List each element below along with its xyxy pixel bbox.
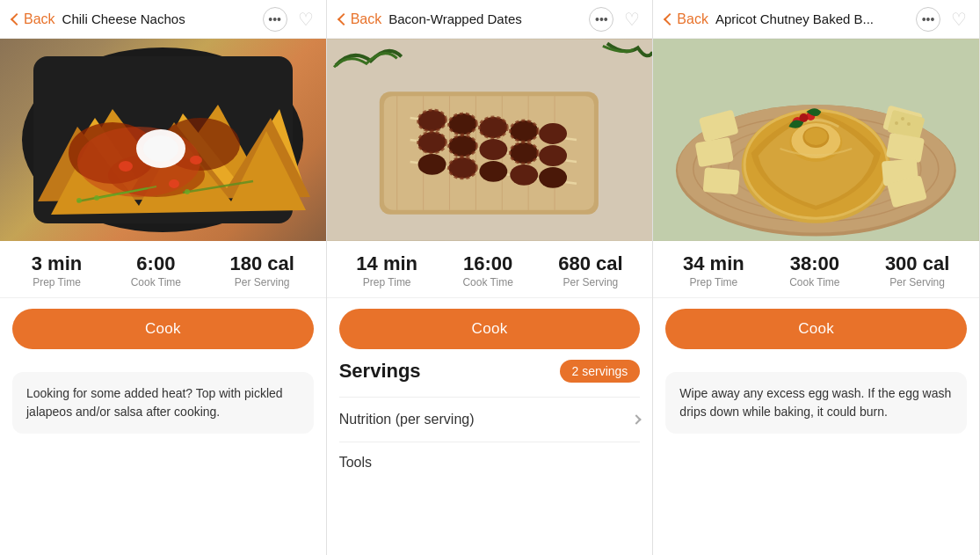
prep-label-nachos: Prep Time <box>33 276 81 288</box>
heart-button-dates[interactable]: ♡ <box>624 9 640 30</box>
tip-box-nachos: Looking for some added heat? Top with pi… <box>12 372 314 434</box>
chevron-left-icon-brie <box>664 12 676 25</box>
svg-point-51 <box>539 145 567 166</box>
cook-button-brie[interactable]: Cook <box>665 309 967 349</box>
header-icons-dates: ••• ♡ <box>589 7 640 32</box>
svg-point-48 <box>479 139 507 160</box>
cook-value-nachos: 6:00 <box>136 253 175 274</box>
tip-text-nachos: Looking for some added heat? Top with pi… <box>26 386 283 419</box>
title-dates: Bacon-Wrapped Dates <box>388 11 582 26</box>
back-label-dates: Back <box>351 11 382 27</box>
svg-point-82 <box>907 122 911 126</box>
header-brie: Back Apricot Chutney Baked B... ••• ♡ <box>653 0 979 39</box>
brie-illustration <box>653 39 979 241</box>
svg-point-19 <box>190 156 202 164</box>
cook-value-brie: 38:00 <box>790 253 839 274</box>
ellipsis-icon-dates: ••• <box>595 12 608 26</box>
stat-cook-nachos: 6:00 Cook Time <box>131 253 181 288</box>
stat-prep-brie: 34 min Prep Time <box>683 253 744 288</box>
servings-badge[interactable]: 2 servings <box>560 360 641 383</box>
cal-label-dates: Per Serving <box>563 276 619 288</box>
cook-button-dates[interactable]: Cook <box>339 309 641 349</box>
svg-point-15 <box>76 198 82 203</box>
chevron-left-icon-dates <box>338 12 350 25</box>
header-icons-brie: ••• ♡ <box>916 7 967 32</box>
svg-point-52 <box>417 154 446 175</box>
stat-cal-dates: 680 cal Per Serving <box>558 253 622 288</box>
back-label-nachos: Back <box>24 11 55 27</box>
title-nachos: Chili Cheese Nachos <box>62 11 256 26</box>
prep-value-brie: 34 min <box>683 253 744 274</box>
panel-brie: Back Apricot Chutney Baked B... ••• ♡ <box>653 0 980 555</box>
tools-row: Tools <box>339 442 641 483</box>
cook-btn-area-brie: Cook <box>653 298 979 360</box>
prep-value-dates: 14 min <box>356 253 417 274</box>
header-icons-nachos: ••• ♡ <box>263 7 314 32</box>
stats-brie: 34 min Prep Time 38:00 Cook Time 300 cal… <box>653 241 979 298</box>
panel-nachos: Back Chili Cheese Nachos ••• ♡ <box>0 0 327 555</box>
heart-button-brie[interactable]: ♡ <box>951 9 967 30</box>
chevron-left-icon <box>11 12 23 25</box>
more-button-dates[interactable]: ••• <box>589 7 613 32</box>
heart-button-nachos[interactable]: ♡ <box>298 9 314 30</box>
cook-label-nachos: Cook Time <box>131 276 181 288</box>
content-nachos: Looking for some added heat? Top with pi… <box>0 360 326 555</box>
servings-header: Servings 2 servings <box>339 360 641 383</box>
svg-point-9 <box>77 127 200 197</box>
cal-label-brie: Per Serving <box>889 276 945 288</box>
svg-point-57 <box>539 167 567 188</box>
back-button-dates[interactable]: Back <box>339 11 382 27</box>
servings-content: Servings 2 servings Nutrition (per servi… <box>327 360 653 495</box>
cook-btn-area-dates: Cook <box>327 298 653 360</box>
panel-dates: Back Bacon-Wrapped Dates ••• ♡ <box>327 0 654 555</box>
dates-illustration <box>327 39 653 241</box>
more-button-brie[interactable]: ••• <box>916 7 940 32</box>
nutrition-row[interactable]: Nutrition (per serving) <box>339 397 641 442</box>
stat-prep-dates: 14 min Prep Time <box>356 253 417 288</box>
stat-cook-dates: 16:00 Cook Time <box>462 253 512 288</box>
ellipsis-icon-brie: ••• <box>922 12 935 26</box>
back-button-brie[interactable]: Back <box>665 11 708 27</box>
stat-cook-brie: 38:00 Cook Time <box>789 253 839 288</box>
svg-point-55 <box>479 161 507 182</box>
cal-value-dates: 680 cal <box>558 253 622 274</box>
content-brie: Wipe away any excess egg wash. If the eg… <box>653 360 979 555</box>
cook-button-nachos[interactable]: Cook <box>12 309 314 349</box>
svg-point-11 <box>143 135 178 162</box>
svg-point-18 <box>119 161 133 172</box>
cook-value-dates: 16:00 <box>463 253 512 274</box>
servings-title: Servings <box>339 360 421 383</box>
header-nachos: Back Chili Cheese Nachos ••• ♡ <box>0 0 326 39</box>
svg-point-71 <box>805 128 828 145</box>
tip-text-brie: Wipe away any excess egg wash. If the eg… <box>679 386 951 419</box>
stats-nachos: 3 min Prep Time 6:00 Cook Time 180 cal P… <box>0 241 326 298</box>
cal-value-brie: 300 cal <box>885 253 949 274</box>
svg-point-81 <box>895 121 898 125</box>
svg-point-20 <box>169 179 179 188</box>
svg-rect-79 <box>703 167 740 194</box>
cook-label-dates: Cook Time <box>462 276 512 288</box>
svg-point-80 <box>901 117 904 120</box>
stat-prep-nachos: 3 min Prep Time <box>32 253 82 288</box>
nutrition-label: Nutrition (per serving) <box>339 412 475 427</box>
svg-point-56 <box>510 164 538 186</box>
tools-label: Tools <box>339 455 372 471</box>
ellipsis-icon: ••• <box>268 12 281 26</box>
cal-label-nachos: Per Serving <box>235 276 290 288</box>
title-brie: Apricot Chutney Baked B... <box>715 11 909 26</box>
prep-label-brie: Prep Time <box>690 276 738 288</box>
cal-value-nachos: 180 cal <box>230 253 294 274</box>
prep-value-nachos: 3 min <box>32 253 82 274</box>
tip-box-brie: Wipe away any excess egg wash. If the eg… <box>665 372 967 434</box>
prep-label-dates: Prep Time <box>363 276 411 288</box>
stat-cal-nachos: 180 cal Per Serving <box>230 253 294 288</box>
header-dates: Back Bacon-Wrapped Dates ••• ♡ <box>327 0 653 39</box>
food-image-dates <box>327 39 653 241</box>
more-button-nachos[interactable]: ••• <box>263 7 287 32</box>
svg-point-17 <box>185 189 190 194</box>
stat-cal-brie: 300 cal Per Serving <box>885 253 949 288</box>
food-image-nachos <box>0 39 326 241</box>
back-label-brie: Back <box>677 11 708 27</box>
back-button-nachos[interactable]: Back <box>12 11 55 27</box>
food-image-brie <box>653 39 979 241</box>
